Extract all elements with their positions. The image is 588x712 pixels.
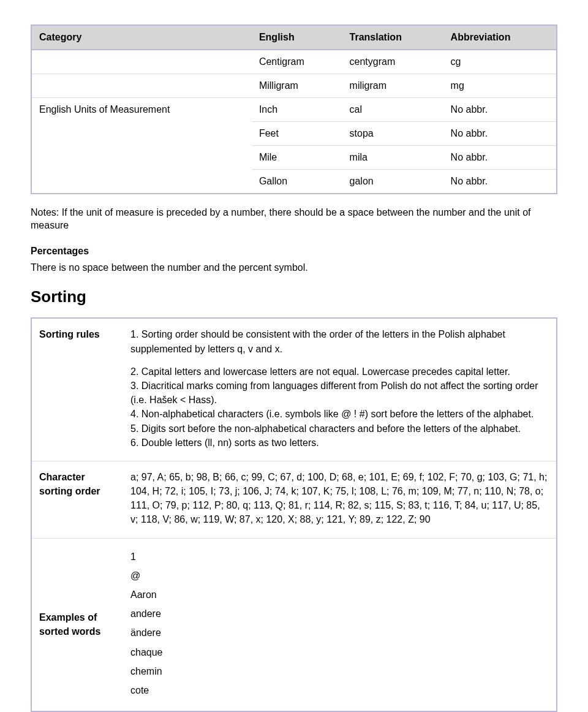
cell-translation: mila <box>342 146 443 170</box>
sorting-rules-content: 1. Sorting order should be consistent wi… <box>123 318 557 461</box>
table-row: Centigram centygram cg <box>31 50 557 74</box>
sorting-rule-6: 6. Double letters (ll, nn) sorts as two … <box>130 436 549 450</box>
sorting-rule-3: 3. Diacritical marks coming from languag… <box>130 379 549 407</box>
cell-english: Mile <box>252 146 342 170</box>
table-row: Sorting rules 1. Sorting order should be… <box>31 318 557 461</box>
table-row: Milligram miligram mg <box>31 74 557 98</box>
examples-content: 1 @ Aaron andere ändere chaque chemin co… <box>123 538 557 711</box>
sorting-rule-1: 1. Sorting order should be consistent wi… <box>130 327 549 355</box>
example-word: @ <box>130 566 549 585</box>
cell-english: Centigram <box>252 50 342 74</box>
cell-translation: galon <box>342 170 443 194</box>
cell-category <box>31 74 252 98</box>
measurement-table: Category English Translation Abbreviatio… <box>31 25 557 194</box>
col-category: Category <box>31 25 252 50</box>
cell-translation: cal <box>342 98 443 122</box>
notes-text: Notes: If the unit of measure is precede… <box>31 206 557 232</box>
col-translation: Translation <box>342 25 443 50</box>
sorting-rule-2: 2. Capital letters and lowercase letters… <box>130 365 549 379</box>
sorting-rules-label: Sorting rules <box>31 318 123 461</box>
cell-translation: centygram <box>342 50 443 74</box>
sorting-rule-4: 4. Non-alphabetical characters (i.e. sym… <box>130 407 549 421</box>
cell-english: Milligram <box>252 74 342 98</box>
example-word: cote <box>130 681 549 700</box>
cell-english: Inch <box>252 98 342 122</box>
sorting-table: Sorting rules 1. Sorting order should be… <box>31 317 557 712</box>
cell-abbr: No abbr. <box>443 98 557 122</box>
cell-abbr: cg <box>443 50 557 74</box>
example-word: ändere <box>130 623 549 642</box>
example-word: andere <box>130 604 549 623</box>
cell-english: Feet <box>252 122 342 146</box>
sorting-rule-5: 5. Digits sort before the non-alphabetic… <box>130 422 549 436</box>
example-word: chemin <box>130 662 549 681</box>
examples-label: Examples of sorted words <box>31 538 123 711</box>
example-word: Aaron <box>130 585 549 604</box>
percentages-text: There is no space between the number and… <box>31 262 557 275</box>
col-abbreviation: Abbreviation <box>443 25 557 50</box>
table-row: Examples of sorted words 1 @ Aaron ander… <box>31 538 557 711</box>
cell-abbr: No abbr. <box>443 122 557 146</box>
char-order-label: Character sorting order <box>31 461 123 538</box>
table-row: Character sorting order a; 97, A; 65, b;… <box>31 461 557 538</box>
cell-category: English Units of Measurement <box>31 98 252 194</box>
cell-translation: stopa <box>342 122 443 146</box>
example-word: 1 <box>130 547 549 566</box>
percentages-heading: Percentages <box>31 246 557 257</box>
example-word: chaque <box>130 643 549 662</box>
cell-abbr: No abbr. <box>443 170 557 194</box>
col-english: English <box>252 25 342 50</box>
cell-abbr: No abbr. <box>443 146 557 170</box>
cell-category <box>31 50 252 74</box>
char-order-content: a; 97, A; 65, b; 98, B; 66, c; 99, C; 67… <box>123 461 557 538</box>
sorting-heading: Sorting <box>31 287 557 306</box>
cell-english: Gallon <box>252 170 342 194</box>
cell-translation: miligram <box>342 74 443 98</box>
cell-abbr: mg <box>443 74 557 98</box>
table-row: English Units of Measurement Inch cal No… <box>31 98 557 122</box>
